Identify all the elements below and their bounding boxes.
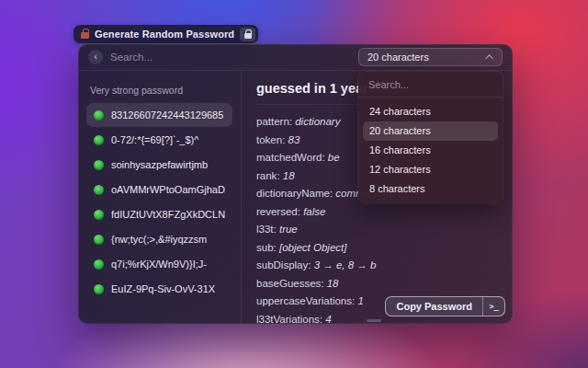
app-lock-icon bbox=[81, 32, 89, 39]
strength-dot-icon bbox=[94, 210, 104, 220]
length-dropdown-menu: Search... 24 characters 20 characters 16… bbox=[358, 72, 503, 203]
password-text: oAVMMrWPtoOamGjhaDAx bbox=[111, 184, 225, 195]
dropdown-option[interactable]: 16 characters bbox=[363, 141, 498, 160]
strength-dot-icon bbox=[94, 259, 104, 270]
detail-row: reversedfalse bbox=[256, 203, 498, 222]
strength-label: Very strong password bbox=[90, 85, 229, 96]
password-sidebar: Very strong password 8312660724244312968… bbox=[78, 71, 242, 324]
detail-row: subDisplay3 → e, 8 → b bbox=[256, 257, 498, 275]
back-button[interactable]: ‹ bbox=[88, 50, 103, 64]
copy-password-button[interactable]: Copy Password bbox=[386, 297, 482, 316]
password-list-item[interactable]: oAVMMrWPtoOamGjhaDAx bbox=[86, 178, 232, 201]
password-text: soinhysazpefawirtjmb bbox=[111, 159, 208, 170]
password-text: 0-72/:*{=69[?]`-_$)^ bbox=[111, 134, 198, 145]
window-title-pill[interactable]: Generate Random Password bbox=[74, 25, 258, 43]
password-text: fdIUZtUVtX8FZgXkDCLN bbox=[111, 209, 225, 220]
lock-icon bbox=[244, 33, 252, 39]
password-text: 83126607242443129685 bbox=[111, 109, 223, 121]
strength-dot-icon bbox=[94, 235, 104, 245]
password-list-item[interactable]: EuIZ-9Pq-Siv-OvV-31X bbox=[86, 277, 232, 301]
dropdown-options: 24 characters 20 characters 16 character… bbox=[358, 98, 503, 199]
terminal-prompt-icon: >_ bbox=[489, 302, 498, 311]
detail-row: l33ttrue bbox=[256, 221, 498, 239]
password-text: q7i;%rKjX/Wn9V)}I;J- bbox=[111, 259, 207, 270]
password-list-item[interactable]: 0-72/:*{=69[?]`-_$)^ bbox=[86, 128, 232, 152]
window-title: Generate Random Password bbox=[95, 29, 234, 40]
dropdown-option[interactable]: 8 characters bbox=[363, 179, 498, 199]
strength-dot-icon bbox=[94, 185, 104, 195]
password-text: EuIZ-9Pq-Siv-OvV-31X bbox=[111, 283, 215, 294]
length-select[interactable]: 20 characters bbox=[358, 48, 503, 66]
password-generator-window: ‹ Search... 20 characters Very strong pa… bbox=[78, 44, 513, 324]
dropdown-search-input[interactable]: Search... bbox=[358, 72, 503, 98]
dropdown-option[interactable]: 12 characters bbox=[363, 160, 498, 179]
password-list-item[interactable]: q7i;%rKjX/Wn9V)}I;J- bbox=[86, 252, 232, 276]
strength-dot-icon bbox=[94, 135, 104, 145]
password-list-item[interactable]: soinhysazpefawirtjmb bbox=[86, 153, 232, 177]
dropdown-option[interactable]: 24 characters bbox=[363, 102, 498, 121]
search-input[interactable]: Search... bbox=[110, 52, 351, 63]
footer-actions: Copy Password >_ bbox=[385, 296, 505, 316]
terminal-button[interactable]: >_ bbox=[482, 297, 504, 316]
toolbar: ‹ Search... 20 characters bbox=[78, 44, 513, 71]
detail-row: sub[object Object] bbox=[256, 239, 498, 258]
strength-dot-icon bbox=[94, 110, 104, 121]
detail-row: baseGuesses18 bbox=[256, 275, 498, 293]
password-text: {nw;tyc(;>,&#iyqzzsm bbox=[111, 234, 207, 245]
password-list-item[interactable]: {nw;tyc(;>,&#iyqzzsm bbox=[86, 227, 232, 251]
lock-badge-button[interactable] bbox=[240, 28, 255, 41]
chevron-up-icon bbox=[485, 54, 492, 62]
password-list-item[interactable]: fdIUZtUVtX8FZgXkDCLN bbox=[86, 202, 232, 226]
dropdown-option-selected[interactable]: 20 characters bbox=[363, 121, 498, 141]
password-list-item[interactable]: 83126607242443129685 bbox=[86, 103, 232, 127]
strength-dot-icon bbox=[94, 160, 104, 170]
scrollbar[interactable] bbox=[367, 319, 381, 322]
strength-dot-icon bbox=[94, 284, 104, 294]
length-select-value: 20 characters bbox=[368, 52, 429, 63]
